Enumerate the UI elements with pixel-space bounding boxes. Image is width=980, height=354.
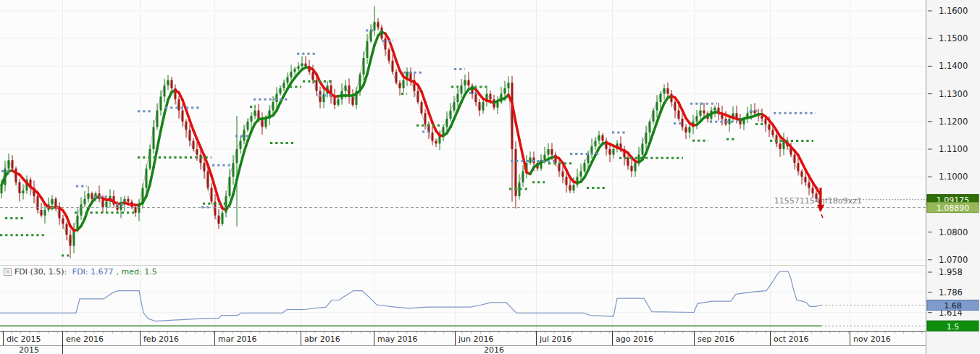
- bid-price-badge: 1.08890: [927, 203, 979, 214]
- candle-body: [776, 135, 778, 143]
- price-tick-label: 1.1300: [939, 89, 968, 99]
- candle-body: [656, 102, 658, 110]
- candle-body: [182, 111, 184, 122]
- candle-body: [511, 83, 514, 149]
- candle-body: [283, 83, 285, 88]
- candle-body: [149, 149, 151, 169]
- candle-body: [602, 135, 604, 141]
- candle-body: [399, 83, 401, 88]
- price-tick-label: 1.1400: [939, 61, 968, 71]
- candle-body: [185, 122, 188, 130]
- candle-body: [729, 119, 731, 125]
- year-label: 2015: [19, 345, 39, 354]
- candle-body: [204, 163, 206, 171]
- candle-body: [645, 132, 648, 143]
- candle-body: [200, 155, 202, 163]
- fdi-legend-title: FDI (30, 1.5):: [14, 267, 70, 277]
- candle-body: [160, 96, 162, 110]
- candle-body: [529, 157, 532, 163]
- chart-canvas[interactable]: 115571154-jf18u9xz1dic 2015ene 2016feb 2…: [0, 0, 980, 354]
- candle-body: [91, 193, 93, 199]
- candle-body: [663, 88, 666, 94]
- year-label: 2016: [484, 345, 504, 354]
- candle-body: [504, 88, 506, 94]
- candle-body: [421, 102, 423, 113]
- fdi-legend-med: , med: 1.5: [117, 267, 157, 277]
- price-tick-label: 1.1000: [939, 172, 968, 182]
- month-label: ago 2016: [616, 334, 653, 344]
- candle-body: [233, 163, 235, 177]
- candle-body: [15, 169, 17, 182]
- trading-chart-window: 115571154-jf18u9xz1dic 2015ene 2016feb 2…: [0, 0, 980, 354]
- candle-body: [272, 102, 275, 110]
- candle-body: [801, 172, 803, 177]
- candle-body: [548, 149, 550, 155]
- candle-body: [653, 111, 655, 122]
- candle-body: [193, 141, 195, 149]
- candle-body: [479, 102, 481, 110]
- candle-body: [12, 160, 14, 168]
- candle-body: [106, 202, 108, 208]
- candle-body: [392, 61, 394, 72]
- month-label: nov 2016: [853, 334, 891, 344]
- fdi-tick-label: 1.958: [939, 267, 963, 277]
- candle-body: [490, 94, 492, 100]
- candle-body: [374, 22, 376, 30]
- candle-body: [388, 49, 390, 60]
- candle-body: [37, 196, 39, 210]
- month-label: feb 2016: [143, 334, 179, 344]
- candle-body: [613, 149, 615, 155]
- candle-body: [156, 111, 159, 127]
- candle-body: [642, 143, 644, 154]
- candle-body: [44, 210, 46, 216]
- price-tick-label: 1.1600: [939, 6, 968, 16]
- candle-body: [370, 30, 372, 41]
- candle-body: [808, 182, 811, 188]
- candle-body: [522, 172, 524, 182]
- candle-body: [772, 130, 774, 135]
- candle-body: [312, 72, 314, 80]
- month-label: jul 2016: [539, 334, 572, 344]
- candle-body: [649, 122, 651, 132]
- candle-body: [196, 149, 198, 155]
- candle-body: [80, 204, 83, 215]
- candle-body: [276, 94, 278, 102]
- candle-body: [305, 64, 307, 67]
- candle-body: [153, 127, 155, 149]
- candle-body: [689, 127, 691, 132]
- candle-body: [797, 163, 800, 171]
- candle-body: [598, 135, 600, 141]
- candle-body: [395, 72, 398, 83]
- candle-body: [19, 182, 21, 193]
- candle-body: [635, 163, 637, 171]
- candle-body: [135, 207, 137, 213]
- candle-body: [432, 132, 434, 140]
- candle-body: [682, 119, 684, 127]
- candle-body: [497, 102, 499, 108]
- candle-body: [280, 88, 282, 94]
- candle-body: [243, 130, 246, 140]
- price-tick-label: 1.0700: [939, 255, 968, 265]
- candle-body: [703, 111, 705, 114]
- candle-body: [352, 96, 354, 104]
- candle-body: [464, 80, 466, 86]
- candle-body: [8, 160, 10, 168]
- candle-body: [251, 116, 253, 122]
- order-id-label: 115571154-jf18u9xz1: [774, 196, 862, 206]
- fdi-legend-value: FDI: 1.677: [72, 267, 114, 277]
- candle-body: [631, 166, 633, 172]
- candle-body: [363, 58, 365, 75]
- price-tick-label: 1.1200: [939, 117, 968, 127]
- month-label: sep 2016: [698, 334, 734, 344]
- candle-body: [453, 102, 456, 110]
- candle-body: [102, 199, 104, 207]
- candle-body: [805, 177, 807, 182]
- candle-body: [457, 94, 459, 102]
- indicator-checkbox-icon[interactable]: ×: [4, 268, 12, 276]
- month-label: dic 2015: [7, 334, 41, 344]
- candle-body: [319, 91, 322, 102]
- month-label: mar 2016: [218, 334, 256, 344]
- candle-body: [450, 111, 452, 119]
- candle-body: [287, 77, 289, 83]
- candle-body: [222, 213, 224, 224]
